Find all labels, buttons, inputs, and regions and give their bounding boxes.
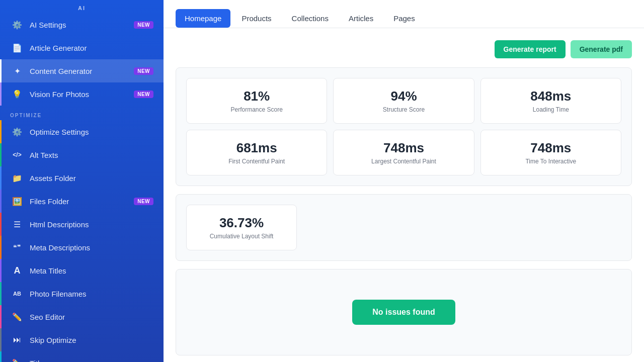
tab-pages[interactable]: Pages bbox=[384, 9, 424, 28]
sidebar-item-titles[interactable]: ✏️ Titles bbox=[0, 351, 164, 362]
content-icon: ✦ bbox=[12, 65, 23, 76]
sidebar-label-meta-descriptions: Meta Descriptions bbox=[30, 243, 90, 252]
settings-icon: ⚙️ bbox=[12, 19, 23, 30]
sidebar-item-vision-for-photos[interactable]: 💡 Vision For Photos NEW bbox=[0, 82, 164, 106]
tab-collections[interactable]: Collections bbox=[283, 9, 338, 28]
meta-title-icon: A bbox=[12, 265, 23, 276]
sidebar-item-alt-texts[interactable]: </> Alt Texts bbox=[0, 143, 164, 166]
main-content: Homepage Products Collections Articles P… bbox=[164, 0, 644, 362]
meta-desc-icon: ❝❞ bbox=[12, 242, 23, 253]
vision-icon: 💡 bbox=[12, 88, 23, 100]
badge-new-ai-settings: NEW bbox=[134, 21, 153, 29]
content-area: Generate report Generate pdf 81% Perform… bbox=[164, 28, 644, 362]
badge-new-files: NEW bbox=[134, 198, 153, 205]
sidebar-label-titles: Titles bbox=[30, 359, 47, 363]
sidebar-label-skip-optimize: Skip Optimize bbox=[30, 336, 76, 344]
metrics-grid-bottom: 681ms First Contentful Paint 748ms Large… bbox=[186, 130, 621, 175]
metric-lcp-label: Largest Contentful Paint bbox=[342, 158, 465, 165]
metric-fcp-label: First Contentful Paint bbox=[195, 158, 318, 165]
metric-performance-value: 81% bbox=[195, 88, 318, 104]
no-issues-button: No issues found bbox=[352, 300, 455, 325]
sidebar-label-photo-filenames: Photo Filenames bbox=[30, 290, 87, 298]
metric-fcp: 681ms First Contentful Paint bbox=[186, 130, 327, 175]
generate-pdf-button[interactable]: Generate pdf bbox=[571, 40, 632, 58]
metric-fcp-value: 681ms bbox=[195, 140, 318, 156]
sidebar-label-optimize-settings: Optimize Settings bbox=[30, 128, 89, 136]
metric-structure-label: Structure Score bbox=[342, 106, 465, 113]
html-icon: ☰ bbox=[12, 219, 23, 230]
metric-structure: 94% Structure Score bbox=[333, 78, 474, 124]
alt-icon: </> bbox=[12, 149, 23, 160]
ai-section-label: AI bbox=[0, 0, 164, 13]
sidebar-label-meta-titles: Meta Titles bbox=[30, 266, 66, 275]
tab-articles[interactable]: Articles bbox=[340, 9, 382, 28]
sidebar-label-assets-folder: Assets Folder bbox=[30, 174, 76, 183]
action-bar: Generate report Generate pdf bbox=[176, 40, 632, 58]
cls-section: 36.73% Cumulative Layout Shift bbox=[176, 194, 632, 261]
metric-lcp-value: 748ms bbox=[342, 140, 465, 156]
metric-cls-value: 36.73% bbox=[195, 215, 288, 231]
sidebar-item-optimize-settings[interactable]: ⚙️ Optimize Settings bbox=[0, 120, 164, 143]
metric-loading-label: Loading Time bbox=[489, 106, 613, 113]
sidebar-item-ai-settings[interactable]: ⚙️ AI Settings NEW bbox=[0, 13, 164, 36]
metric-structure-value: 94% bbox=[342, 88, 465, 104]
files-icon: 🖼️ bbox=[12, 196, 23, 207]
badge-new-content-generator: NEW bbox=[134, 67, 153, 75]
sidebar-item-html-descriptions[interactable]: ☰ Html Descriptions bbox=[0, 213, 164, 236]
article-icon: 📄 bbox=[12, 42, 23, 53]
metric-loading: 848ms Loading Time bbox=[480, 78, 621, 124]
metrics-grid-top: 81% Performance Score 94% Structure Scor… bbox=[186, 78, 621, 124]
metric-tti-label: Time To Interactive bbox=[489, 158, 613, 165]
metric-loading-value: 848ms bbox=[489, 88, 613, 104]
tabs-row: Homepage Products Collections Articles P… bbox=[164, 0, 644, 28]
sidebar-item-photo-filenames[interactable]: AB Photo Filenames bbox=[0, 282, 164, 305]
metric-tti: 748ms Time To Interactive bbox=[480, 130, 621, 175]
optimize-icon: ⚙️ bbox=[12, 126, 23, 137]
badge-new-vision: NEW bbox=[134, 90, 153, 98]
metrics-section: 81% Performance Score 94% Structure Scor… bbox=[176, 67, 632, 186]
sidebar-label-html-descriptions: Html Descriptions bbox=[30, 220, 89, 229]
titles-icon: ✏️ bbox=[12, 357, 23, 362]
sidebar-item-files-folder[interactable]: 🖼️ Files Folder NEW bbox=[0, 190, 164, 213]
sidebar-label-article-generator: Article Generator bbox=[30, 44, 87, 52]
optimize-section-label: OPTIMIZE bbox=[0, 106, 164, 120]
sidebar-label-vision-for-photos: Vision For Photos bbox=[30, 90, 89, 99]
sidebar-item-seo-editor[interactable]: ✏️ Seo Editor bbox=[0, 305, 164, 328]
metric-lcp: 748ms Largest Contentful Paint bbox=[333, 130, 474, 175]
skip-icon: ⏭ bbox=[12, 334, 23, 345]
metric-cls-label: Cumulative Layout Shift bbox=[195, 233, 288, 240]
metric-performance-label: Performance Score bbox=[195, 106, 318, 113]
assets-icon: 📁 bbox=[12, 172, 23, 184]
tab-products[interactable]: Products bbox=[232, 9, 280, 28]
sidebar-label-content-generator: Content Generator bbox=[30, 67, 92, 75]
tab-homepage[interactable]: Homepage bbox=[176, 9, 230, 28]
photo-icon: AB bbox=[12, 288, 23, 299]
generate-report-button[interactable]: Generate report bbox=[495, 40, 566, 58]
metric-tti-value: 748ms bbox=[489, 140, 613, 156]
sidebar-label-seo-editor: Seo Editor bbox=[30, 313, 65, 321]
sidebar-item-article-generator[interactable]: 📄 Article Generator bbox=[0, 36, 164, 59]
issues-section: No issues found bbox=[176, 269, 632, 355]
sidebar-label-files-folder: Files Folder bbox=[30, 197, 69, 206]
sidebar-item-meta-titles[interactable]: A Meta Titles bbox=[0, 259, 164, 282]
sidebar-item-skip-optimize[interactable]: ⏭ Skip Optimize bbox=[0, 328, 164, 351]
seo-icon: ✏️ bbox=[12, 311, 23, 322]
sidebar-item-assets-folder[interactable]: 📁 Assets Folder bbox=[0, 166, 164, 190]
sidebar-item-meta-descriptions[interactable]: ❝❞ Meta Descriptions bbox=[0, 236, 164, 259]
sidebar-label-ai-settings: AI Settings bbox=[30, 21, 66, 29]
sidebar-item-content-generator[interactable]: ✦ Content Generator NEW bbox=[0, 59, 164, 82]
metric-performance: 81% Performance Score bbox=[186, 78, 327, 124]
sidebar-label-alt-texts: Alt Texts bbox=[30, 151, 58, 159]
metric-cls: 36.73% Cumulative Layout Shift bbox=[186, 205, 297, 250]
sidebar: AI ⚙️ AI Settings NEW 📄 Article Generato… bbox=[0, 0, 164, 362]
